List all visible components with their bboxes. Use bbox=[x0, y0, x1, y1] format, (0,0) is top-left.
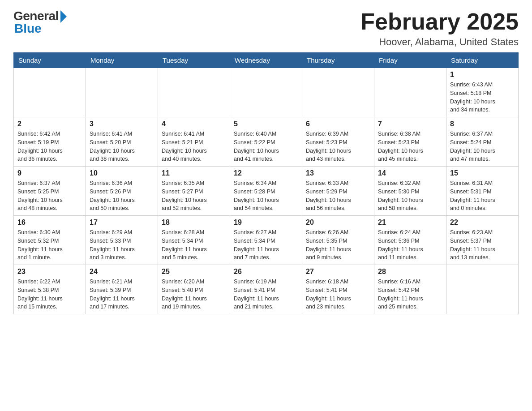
day-info: Sunrise: 6:35 AM Sunset: 5:27 PM Dayligh… bbox=[162, 179, 226, 213]
day-cell: 10Sunrise: 6:36 AM Sunset: 5:26 PM Dayli… bbox=[86, 167, 158, 216]
day-number: 25 bbox=[162, 268, 226, 276]
day-cell bbox=[302, 68, 374, 117]
weekday-header-friday: Friday bbox=[374, 53, 446, 68]
day-number: 8 bbox=[450, 120, 515, 128]
week-row-5: 23Sunrise: 6:22 AM Sunset: 5:38 PM Dayli… bbox=[14, 265, 519, 314]
title-block: February 2025 Hoover, Alabama, United St… bbox=[360, 9, 519, 48]
week-row-4: 16Sunrise: 6:30 AM Sunset: 5:32 PM Dayli… bbox=[14, 216, 519, 265]
day-number: 24 bbox=[90, 268, 154, 276]
day-number: 23 bbox=[17, 268, 82, 276]
day-number: 3 bbox=[90, 120, 154, 128]
logo-arrow-icon bbox=[60, 10, 67, 23]
day-cell: 2Sunrise: 6:42 AM Sunset: 5:19 PM Daylig… bbox=[14, 117, 86, 167]
weekday-header-saturday: Saturday bbox=[446, 53, 519, 68]
day-info: Sunrise: 6:19 AM Sunset: 5:41 PM Dayligh… bbox=[234, 278, 298, 311]
day-number: 28 bbox=[378, 268, 442, 276]
day-cell: 21Sunrise: 6:24 AM Sunset: 5:36 PM Dayli… bbox=[374, 216, 446, 265]
day-info: Sunrise: 6:30 AM Sunset: 5:32 PM Dayligh… bbox=[17, 228, 82, 262]
day-cell: 17Sunrise: 6:29 AM Sunset: 5:33 PM Dayli… bbox=[86, 216, 158, 265]
day-number: 5 bbox=[234, 120, 298, 128]
day-number: 21 bbox=[378, 218, 442, 227]
day-info: Sunrise: 6:21 AM Sunset: 5:39 PM Dayligh… bbox=[90, 278, 154, 311]
day-info: Sunrise: 6:31 AM Sunset: 5:31 PM Dayligh… bbox=[450, 179, 515, 213]
day-cell bbox=[230, 68, 302, 117]
weekday-header-monday: Monday bbox=[86, 53, 158, 68]
day-cell: 24Sunrise: 6:21 AM Sunset: 5:39 PM Dayli… bbox=[86, 265, 158, 314]
day-cell: 19Sunrise: 6:27 AM Sunset: 5:34 PM Dayli… bbox=[230, 216, 302, 265]
day-info: Sunrise: 6:26 AM Sunset: 5:35 PM Dayligh… bbox=[306, 228, 370, 262]
day-info: Sunrise: 6:34 AM Sunset: 5:28 PM Dayligh… bbox=[234, 179, 298, 213]
day-number: 27 bbox=[306, 268, 370, 276]
day-info: Sunrise: 6:39 AM Sunset: 5:23 PM Dayligh… bbox=[306, 130, 370, 163]
day-cell bbox=[86, 68, 158, 117]
day-number: 19 bbox=[234, 218, 298, 227]
day-info: Sunrise: 6:27 AM Sunset: 5:34 PM Dayligh… bbox=[234, 228, 298, 262]
day-info: Sunrise: 6:37 AM Sunset: 5:24 PM Dayligh… bbox=[450, 130, 515, 163]
day-number: 16 bbox=[17, 218, 82, 227]
day-number: 11 bbox=[162, 169, 226, 177]
day-info: Sunrise: 6:23 AM Sunset: 5:37 PM Dayligh… bbox=[450, 228, 515, 262]
day-cell: 6Sunrise: 6:39 AM Sunset: 5:23 PM Daylig… bbox=[302, 117, 374, 167]
day-info: Sunrise: 6:40 AM Sunset: 5:22 PM Dayligh… bbox=[234, 130, 298, 163]
day-cell: 18Sunrise: 6:28 AM Sunset: 5:34 PM Dayli… bbox=[158, 216, 230, 265]
day-cell: 20Sunrise: 6:26 AM Sunset: 5:35 PM Dayli… bbox=[302, 216, 374, 265]
weekday-header-row: SundayMondayTuesdayWednesdayThursdayFrid… bbox=[14, 53, 519, 68]
weekday-header-wednesday: Wednesday bbox=[230, 53, 302, 68]
day-number: 15 bbox=[450, 169, 515, 177]
day-number: 4 bbox=[162, 120, 226, 128]
day-cell: 16Sunrise: 6:30 AM Sunset: 5:32 PM Dayli… bbox=[14, 216, 86, 265]
day-info: Sunrise: 6:38 AM Sunset: 5:23 PM Dayligh… bbox=[378, 130, 442, 163]
day-info: Sunrise: 6:20 AM Sunset: 5:40 PM Dayligh… bbox=[162, 278, 226, 311]
weekday-header-tuesday: Tuesday bbox=[158, 53, 230, 68]
day-cell: 8Sunrise: 6:37 AM Sunset: 5:24 PM Daylig… bbox=[446, 117, 519, 167]
day-info: Sunrise: 6:42 AM Sunset: 5:19 PM Dayligh… bbox=[17, 130, 82, 163]
calendar-table: SundayMondayTuesdayWednesdayThursdayFrid… bbox=[13, 52, 519, 314]
day-info: Sunrise: 6:16 AM Sunset: 5:42 PM Dayligh… bbox=[378, 278, 442, 311]
day-cell: 11Sunrise: 6:35 AM Sunset: 5:27 PM Dayli… bbox=[158, 167, 230, 216]
day-cell: 15Sunrise: 6:31 AM Sunset: 5:31 PM Dayli… bbox=[446, 167, 519, 216]
day-number: 13 bbox=[306, 169, 370, 177]
day-number: 9 bbox=[17, 169, 82, 177]
day-number: 1 bbox=[450, 71, 515, 79]
day-info: Sunrise: 6:18 AM Sunset: 5:41 PM Dayligh… bbox=[306, 278, 370, 311]
day-number: 26 bbox=[234, 268, 298, 276]
day-cell: 3Sunrise: 6:41 AM Sunset: 5:20 PM Daylig… bbox=[86, 117, 158, 167]
day-info: Sunrise: 6:37 AM Sunset: 5:25 PM Dayligh… bbox=[17, 179, 82, 213]
day-info: Sunrise: 6:29 AM Sunset: 5:33 PM Dayligh… bbox=[90, 228, 154, 262]
weekday-header-thursday: Thursday bbox=[302, 53, 374, 68]
day-number: 6 bbox=[306, 120, 370, 128]
day-cell: 13Sunrise: 6:33 AM Sunset: 5:29 PM Dayli… bbox=[302, 167, 374, 216]
day-cell: 4Sunrise: 6:41 AM Sunset: 5:21 PM Daylig… bbox=[158, 117, 230, 167]
day-number: 17 bbox=[90, 218, 154, 227]
day-cell: 28Sunrise: 6:16 AM Sunset: 5:42 PM Dayli… bbox=[374, 265, 446, 314]
day-info: Sunrise: 6:33 AM Sunset: 5:29 PM Dayligh… bbox=[306, 179, 370, 213]
day-info: Sunrise: 6:22 AM Sunset: 5:38 PM Dayligh… bbox=[17, 278, 82, 311]
day-info: Sunrise: 6:41 AM Sunset: 5:21 PM Dayligh… bbox=[162, 130, 226, 163]
calendar-subtitle: Hoover, Alabama, United States bbox=[360, 36, 519, 48]
day-number: 12 bbox=[234, 169, 298, 177]
day-cell: 27Sunrise: 6:18 AM Sunset: 5:41 PM Dayli… bbox=[302, 265, 374, 314]
day-number: 2 bbox=[17, 120, 82, 128]
day-cell: 12Sunrise: 6:34 AM Sunset: 5:28 PM Dayli… bbox=[230, 167, 302, 216]
week-row-1: 1Sunrise: 6:43 AM Sunset: 5:18 PM Daylig… bbox=[14, 68, 519, 117]
logo-blue-text: Blue bbox=[13, 21, 42, 36]
day-cell bbox=[374, 68, 446, 117]
day-cell: 25Sunrise: 6:20 AM Sunset: 5:40 PM Dayli… bbox=[158, 265, 230, 314]
day-info: Sunrise: 6:28 AM Sunset: 5:34 PM Dayligh… bbox=[162, 228, 226, 262]
day-info: Sunrise: 6:43 AM Sunset: 5:18 PM Dayligh… bbox=[450, 81, 515, 114]
day-number: 18 bbox=[162, 218, 226, 227]
day-info: Sunrise: 6:36 AM Sunset: 5:26 PM Dayligh… bbox=[90, 179, 154, 213]
day-cell: 9Sunrise: 6:37 AM Sunset: 5:25 PM Daylig… bbox=[14, 167, 86, 216]
day-cell: 7Sunrise: 6:38 AM Sunset: 5:23 PM Daylig… bbox=[374, 117, 446, 167]
calendar-title: February 2025 bbox=[360, 9, 519, 34]
logo: General Blue bbox=[13, 9, 67, 36]
week-row-3: 9Sunrise: 6:37 AM Sunset: 5:25 PM Daylig… bbox=[14, 167, 519, 216]
day-cell: 23Sunrise: 6:22 AM Sunset: 5:38 PM Dayli… bbox=[14, 265, 86, 314]
day-number: 20 bbox=[306, 218, 370, 227]
day-info: Sunrise: 6:41 AM Sunset: 5:20 PM Dayligh… bbox=[90, 130, 154, 163]
day-cell: 14Sunrise: 6:32 AM Sunset: 5:30 PM Dayli… bbox=[374, 167, 446, 216]
page-header: General Blue February 2025 Hoover, Alaba… bbox=[13, 9, 519, 48]
day-cell: 5Sunrise: 6:40 AM Sunset: 5:22 PM Daylig… bbox=[230, 117, 302, 167]
day-info: Sunrise: 6:24 AM Sunset: 5:36 PM Dayligh… bbox=[378, 228, 442, 262]
day-cell: 1Sunrise: 6:43 AM Sunset: 5:18 PM Daylig… bbox=[446, 68, 519, 117]
